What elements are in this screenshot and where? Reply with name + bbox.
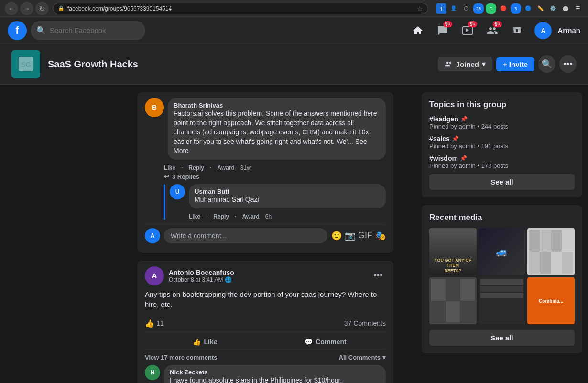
reactions-count: 11: [156, 319, 164, 327]
pin-icon-2: 📌: [452, 135, 459, 142]
comment-thread-card: B Bharath Srinivas Factors.ai solves thi…: [137, 92, 393, 253]
back-button[interactable]: ←: [5, 2, 18, 15]
pin-icon-1: 📌: [460, 116, 468, 122]
replies-link[interactable]: ↩ 3 Replies: [164, 173, 386, 180]
topic-name-wisdom: #wisdom 📌: [429, 154, 575, 162]
media-thumb-5[interactable]: [479, 277, 526, 325]
media-thumb-1[interactable]: YOU GOT ANY OF THEMDEETS?: [429, 228, 477, 275]
sticker-icon[interactable]: 🎭: [375, 230, 386, 241]
nested-like[interactable]: Like: [189, 213, 200, 220]
nested-reply[interactable]: Reply: [213, 213, 229, 220]
user-profile[interactable]: A Arman: [534, 22, 580, 39]
group-info: SaaS Growth Hacks: [48, 59, 138, 70]
comment-text: Factors.ai solves this problem. Some of …: [174, 109, 380, 156]
like-action[interactable]: Like: [164, 164, 175, 171]
topic-meta-leadgen: Pinned by admin • 244 posts: [429, 123, 575, 130]
reply-action[interactable]: Reply: [188, 164, 204, 171]
topic-name-sales: #sales 📌: [429, 135, 575, 142]
replies-count: 3 Replies: [172, 173, 199, 180]
nick-avatar: N: [145, 365, 160, 380]
forward-button[interactable]: →: [20, 2, 33, 15]
comment-input[interactable]: Write a comment...: [164, 228, 327, 243]
ext-1: f: [436, 3, 446, 14]
url-bar[interactable]: 🔒 facebook.com/groups/965673390154514 ☆: [53, 3, 428, 14]
ext-5: 🔵: [523, 3, 534, 14]
home-button[interactable]: [406, 19, 429, 42]
watch-badge: 9+: [468, 21, 477, 27]
fb-logo[interactable]: f: [8, 21, 27, 40]
view-more-label: View 17 more comments: [145, 354, 218, 361]
topic-item-leadgen: #leadgen 📌 Pinned by admin • 244 posts: [429, 115, 575, 130]
invite-label: + Invite: [503, 60, 528, 68]
watch-button[interactable]: 9+: [456, 19, 479, 42]
avatar: A: [534, 22, 552, 39]
media-thumb-3[interactable]: [527, 228, 575, 275]
nested-author: Usman Butt: [195, 188, 380, 195]
comments-count[interactable]: 37 Comments: [344, 319, 386, 327]
refresh-button[interactable]: ↻: [35, 2, 49, 15]
recent-media-title: Recent media: [429, 213, 575, 222]
messenger-button[interactable]: 9+: [431, 19, 454, 42]
media-thumb-4[interactable]: [429, 277, 477, 325]
post-timestamp: October 8 at 3:41 AM 🌐: [169, 276, 366, 283]
post-author-name: Antonio Boccanfuso: [169, 269, 366, 276]
left-spacer: [0, 92, 115, 383]
joined-button[interactable]: Joined ▾: [438, 57, 492, 71]
nick-name: Nick Zeckets: [170, 369, 380, 376]
media-see-all-button[interactable]: See all: [429, 330, 575, 346]
comment-text-content: Factors.ai solves this problem. Some of …: [174, 109, 377, 145]
nick-text: I have found absolute stars in the Phili…: [170, 376, 380, 383]
url-text: facebook.com/groups/965673390154514: [67, 5, 172, 12]
media-thumb-2[interactable]: 🚙: [479, 228, 526, 275]
invite-button[interactable]: + Invite: [496, 57, 534, 71]
nested-actions: Like · Reply · Award 6h: [189, 213, 386, 220]
group-actions: Joined ▾ + Invite 🔍 •••: [438, 55, 577, 73]
ext-4: 🔴: [498, 3, 509, 14]
marketplace-button[interactable]: [506, 19, 529, 42]
topic-item-sales: #sales 📌 Pinned by admin • 191 posts: [429, 135, 575, 150]
groups-badge: 9+: [493, 21, 502, 27]
recent-media-card: Recent media YOU GOT ANY OF THEMDEETS? 🚙: [422, 205, 582, 353]
ext-2: 👤: [448, 3, 459, 14]
comment-time: 31w: [240, 164, 251, 171]
topics-see-all-button[interactable]: See all: [429, 174, 575, 190]
current-user-avatar: A: [145, 228, 160, 243]
user-name: Arman: [557, 26, 580, 34]
comment-button[interactable]: 💬 Comment: [265, 334, 386, 350]
topic-wisdom-label[interactable]: #wisdom: [429, 154, 458, 162]
like-button[interactable]: 👍 Like: [145, 334, 265, 350]
fb-logo-text: f: [15, 24, 19, 37]
browser-extensions: f 👤 ⬡ 25 G 🔴 5 🔵 ✏️ ⚙️ ⬤ ☰: [436, 3, 583, 14]
photo-icon[interactable]: 📷: [345, 230, 355, 241]
topic-sales-label[interactable]: #sales: [429, 135, 450, 142]
sidebar: Topics in this group #leadgen 📌 Pinned b…: [416, 92, 588, 383]
post-card-antonio: A Antonio Boccanfuso October 8 at 3:41 A…: [137, 261, 393, 383]
group-name: SaaS Growth Hacks: [48, 59, 138, 70]
gif-icon[interactable]: GIF: [358, 230, 372, 241]
award-action[interactable]: Award: [217, 164, 234, 171]
nested-award[interactable]: Award: [242, 213, 259, 220]
media-thumb-6[interactable]: Combina...: [527, 277, 575, 325]
search-group-button[interactable]: 🔍: [538, 55, 555, 73]
ext-badge-1: 25: [473, 3, 484, 14]
pin-icon-3: 📌: [460, 155, 467, 162]
post-action-buttons: 👍 Like 💬 Comment: [145, 334, 386, 350]
post-menu-button[interactable]: •••: [370, 268, 386, 284]
reply-arrow-icon: ↩: [164, 173, 169, 180]
search-input[interactable]: [50, 26, 121, 34]
post-author-row: A Antonio Boccanfuso October 8 at 3:41 A…: [145, 266, 386, 285]
groups-button[interactable]: 9+: [481, 19, 504, 42]
topic-leadgen-label[interactable]: #leadgen: [429, 115, 458, 123]
media-grid: YOU GOT ANY OF THEMDEETS? 🚙: [429, 228, 575, 324]
all-comments-btn[interactable]: All Comments ▾: [339, 354, 386, 361]
group-header: SG SaaS Growth Hacks Joined ▾ + Invite 🔍…: [0, 44, 588, 85]
more-options-button[interactable]: •••: [559, 55, 577, 73]
nested-text: Muhammad Saif Qazi: [195, 195, 380, 205]
search-bar[interactable]: 🔍: [31, 21, 145, 40]
emoji-icon[interactable]: 🙂: [331, 230, 342, 241]
star-icon[interactable]: ☆: [417, 5, 423, 12]
svg-text:SG: SG: [21, 61, 31, 68]
view-more-comments[interactable]: View 17 more comments All Comments ▾: [145, 350, 386, 365]
topics-title: Topics in this group: [429, 100, 575, 109]
ext-9: ☰: [573, 3, 583, 14]
